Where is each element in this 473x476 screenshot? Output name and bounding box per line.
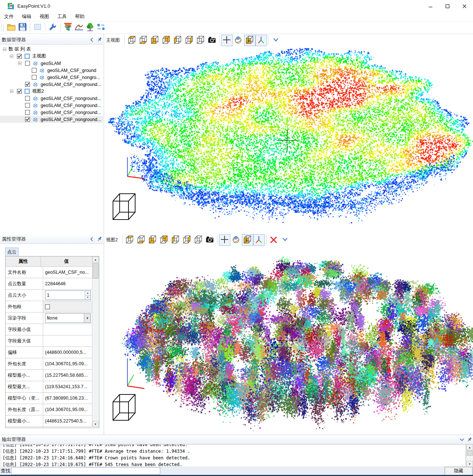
view-left-button[interactable]: [170, 234, 181, 246]
view-front-button[interactable]: [147, 234, 158, 246]
view-back-button[interactable]: [158, 234, 170, 246]
pin-icon[interactable]: [466, 436, 473, 443]
view-right-button[interactable]: [181, 234, 193, 246]
pin-icon[interactable]: [96, 236, 103, 242]
menu-item-tools[interactable]: 工具: [53, 12, 71, 21]
close-view-button[interactable]: [268, 234, 280, 246]
tree-checkbox[interactable]: [25, 117, 30, 122]
more-options-button[interactable]: [280, 234, 291, 246]
navigation-cube-icon[interactable]: [112, 192, 136, 222]
tree-checkbox[interactable]: [32, 68, 37, 73]
navigation-cube-icon[interactable]: [112, 393, 136, 423]
scroll-thumb[interactable]: [93, 263, 99, 279]
point-size-spinner[interactable]: 1▲▼: [45, 290, 91, 300]
orbit-ball-toggle[interactable]: [233, 35, 244, 46]
collapse-left-icon[interactable]: [88, 236, 96, 242]
scroll-thumb[interactable]: [467, 451, 473, 456]
dropdown-arrow-icon[interactable]: ▼: [84, 314, 90, 322]
view-left-button[interactable]: [172, 35, 184, 46]
tab-pointcloud[interactable]: 点云: [5, 248, 18, 256]
tree-checkbox[interactable]: [17, 89, 22, 94]
main-viewport-canvas[interactable]: [104, 46, 473, 234]
tree-item-1[interactable]: 主视图: [0, 53, 103, 60]
tree-checkbox[interactable]: [32, 75, 37, 80]
tree-item-8[interactable]: geoSLAM_CSF_nonground...: [0, 102, 103, 109]
snapshot-camera-button[interactable]: [206, 35, 218, 46]
find-input[interactable]: [11, 467, 160, 475]
view-iso-button[interactable]: [195, 35, 206, 46]
tree-expander-icon[interactable]: [10, 90, 13, 93]
crosshair-toggle[interactable]: [219, 234, 230, 246]
scroll-down-icon[interactable]: ▼: [92, 421, 99, 427]
render-field-dropdown[interactable]: None▼: [45, 313, 91, 323]
view-front-button[interactable]: [149, 35, 161, 46]
tree-item-10[interactable]: geoSLAM_CSF_nonground...: [0, 116, 103, 123]
view2-viewport-canvas[interactable]: [104, 246, 473, 435]
toolbar-grip[interactable]: [1, 24, 4, 32]
property-row-3: 外包框: [6, 301, 92, 313]
minimize-button[interactable]: [422, 0, 439, 12]
pick-info-toggle[interactable]: ?: [244, 35, 256, 46]
tree-item-3[interactable]: geoSLAM_CSF_ground: [0, 67, 103, 74]
spin-down-icon[interactable]: ▼: [85, 296, 90, 300]
menu-item-help[interactable]: 帮助: [71, 12, 89, 21]
property-table-scrollbar[interactable]: ▲▼: [92, 256, 99, 427]
select-region-button[interactable]: [32, 23, 43, 33]
view-top-button[interactable]: [126, 35, 138, 46]
chevron-down-icon[interactable]: [458, 436, 466, 443]
tree-checkbox[interactable]: [25, 82, 30, 87]
tree-item-0[interactable]: 数 据 列 表: [0, 46, 103, 53]
tree-item-9[interactable]: geoSLAM_CSF_nonground...: [0, 109, 103, 116]
maximize-button[interactable]: [439, 0, 456, 12]
snapshot-camera-button[interactable]: [204, 234, 216, 246]
csf-filter-button[interactable]: CSF: [62, 23, 73, 33]
tree-checkbox[interactable]: [25, 61, 30, 66]
orbit-ball-toggle[interactable]: [230, 234, 242, 246]
log-scrollbar[interactable]: ▲▼: [466, 444, 473, 467]
menu-item-edit[interactable]: 编辑: [18, 12, 35, 21]
view-right-button[interactable]: [184, 35, 195, 46]
tree-checkbox[interactable]: [25, 110, 30, 115]
tree-detection-button[interactable]: [85, 23, 96, 33]
tree-checkbox[interactable]: [25, 96, 30, 101]
tree-expander-icon[interactable]: [10, 55, 13, 58]
view-top-button[interactable]: [124, 234, 136, 246]
save-button[interactable]: [17, 23, 28, 33]
point-classify-button[interactable]: [96, 23, 107, 33]
settings-wrench-button[interactable]: [47, 23, 58, 33]
tree-item-2[interactable]: geoSLAM: [0, 60, 103, 67]
hide-button[interactable]: 隐藏: [445, 467, 473, 475]
view-bottom-button[interactable]: [136, 234, 147, 246]
tree-checkbox[interactable]: [17, 54, 22, 59]
axis-toggle[interactable]: [253, 234, 265, 246]
menu-item-view[interactable]: 视图: [35, 12, 53, 21]
axis-toggle[interactable]: [256, 35, 267, 46]
open-file-button[interactable]: [6, 23, 17, 33]
collapse-left-icon[interactable]: [88, 37, 96, 43]
tree-expander-icon[interactable]: [3, 48, 6, 51]
scroll-up-icon[interactable]: ▲: [92, 256, 99, 262]
tree-item-6[interactable]: 视图2: [0, 88, 103, 95]
scroll-up-icon[interactable]: ▲: [466, 444, 473, 450]
close-button[interactable]: [456, 0, 473, 12]
tree-item-4[interactable]: geoSLAM_CSF_nongro...: [0, 74, 103, 81]
pick-info-toggle[interactable]: ?: [242, 234, 253, 246]
tree-checkbox[interactable]: [25, 103, 30, 108]
crosshair-toggle[interactable]: [221, 35, 233, 46]
toolbar-separator: [30, 23, 30, 32]
view-back-button[interactable]: [161, 35, 172, 46]
menu-item-file[interactable]: 文件: [0, 12, 18, 21]
bounding-box-checkbox[interactable]: [45, 304, 50, 309]
view-bottom-button[interactable]: [138, 35, 149, 46]
spin-up-icon[interactable]: ▲: [85, 291, 90, 296]
tree-item-7[interactable]: geoSLAM_CSF_nonground...: [0, 95, 103, 102]
profile-analysis-button[interactable]: [73, 23, 85, 33]
spinner-arrows[interactable]: ▲▼: [85, 291, 90, 300]
pin-icon[interactable]: [96, 37, 103, 43]
tree-expander-icon[interactable]: [18, 62, 21, 65]
more-options-button[interactable]: [270, 35, 282, 46]
find-label: 查找: [1, 468, 10, 474]
view-iso-button[interactable]: [193, 234, 204, 246]
scroll-down-icon[interactable]: ▼: [466, 461, 473, 467]
tree-item-5[interactable]: geoSLAM_CSF_nonground...: [0, 81, 103, 88]
